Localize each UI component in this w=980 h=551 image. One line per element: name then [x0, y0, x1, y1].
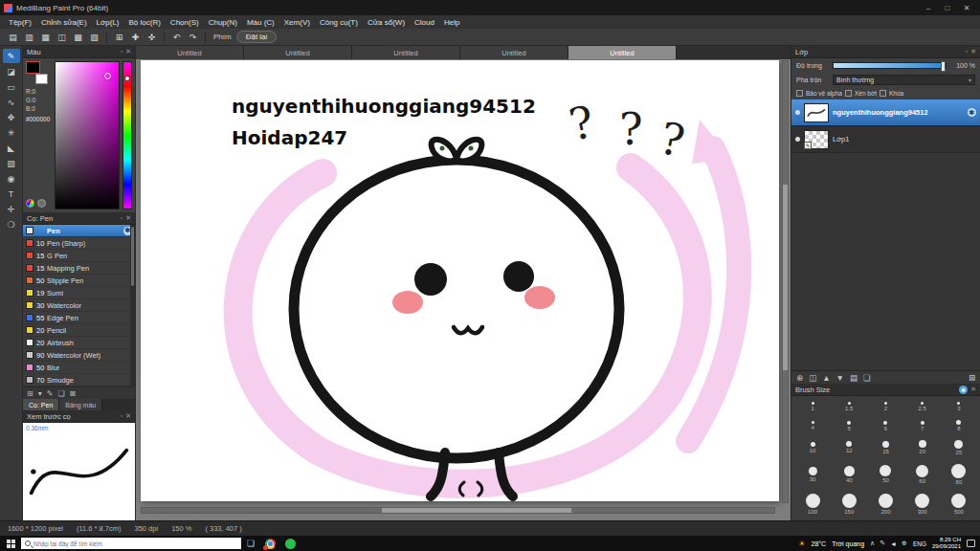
brush-size-cell[interactable]: 25: [941, 436, 977, 460]
layer-row[interactable]: nguyenthihuonggiang94512✱: [791, 99, 980, 126]
canvas-vscrollbar[interactable]: [782, 60, 789, 503]
panel-close-icon[interactable]: ✕: [125, 412, 131, 420]
brush-size-cell[interactable]: 300: [904, 489, 941, 518]
hue-slider[interactable]: [122, 61, 132, 209]
eyedropper-tool-icon[interactable]: ◉: [3, 171, 20, 186]
canvas-area[interactable]: ? ? ? nguyenthihuonggiang94512 Hoidap247: [136, 59, 791, 520]
brush-item[interactable]: Pen✱: [23, 225, 135, 237]
background-color-swatch[interactable]: [35, 74, 48, 84]
green-app-icon[interactable]: [285, 539, 296, 549]
pen-tool-icon[interactable]: ✎: [3, 49, 20, 63]
brush-size-cell[interactable]: 15: [867, 436, 903, 460]
brush-size-cell[interactable]: 150: [831, 489, 867, 518]
language-indicator[interactable]: ENG: [913, 540, 926, 547]
scroll-thumb[interactable]: [131, 227, 134, 286]
brush-size-cell[interactable]: 2.5: [904, 398, 941, 416]
brush-item[interactable]: 70Smudge: [23, 374, 135, 386]
panel-minimize-icon[interactable]: ▫: [121, 48, 122, 55]
brush-size-cell[interactable]: 7: [904, 416, 941, 436]
brush-item[interactable]: 20Airbrush: [23, 337, 135, 349]
brush-size-cell[interactable]: 3: [941, 398, 977, 416]
fg-bg-swatches[interactable]: [26, 61, 50, 84]
brush-size-cell[interactable]: 100: [794, 489, 831, 518]
brush-size-cell[interactable]: 4: [794, 416, 831, 436]
brush-menu-icon[interactable]: ▾: [38, 389, 42, 398]
vscroll-thumb[interactable]: [783, 185, 788, 370]
document-tab[interactable]: Untitled: [244, 46, 352, 59]
menu-item[interactable]: Chỉnh sửa(E): [36, 18, 92, 27]
clock[interactable]: 8:29 CH 29/09/2021: [932, 537, 961, 550]
blend-mode-select[interactable]: Bình thường ▾: [833, 75, 975, 85]
brush-size-cell[interactable]: 40: [831, 459, 867, 489]
network-icon[interactable]: ⊕: [902, 540, 907, 547]
document-tab[interactable]: Untitled: [460, 46, 568, 59]
brush-item[interactable]: 50Blur: [23, 362, 135, 374]
brush-size-cell[interactable]: 5: [831, 416, 867, 436]
layer-folder-icon[interactable]: ❏: [863, 373, 871, 383]
add-layer-icon[interactable]: ⊕: [796, 373, 803, 383]
brush-size-cell[interactable]: 50: [867, 459, 903, 489]
weather-temp[interactable]: 28°C: [812, 540, 827, 547]
brush-item[interactable]: 30Watercolor: [23, 299, 135, 312]
color-mode-toggle-icon[interactable]: [37, 199, 46, 208]
sv-cursor[interactable]: [104, 73, 111, 79]
save-file-icon[interactable]: ▦: [38, 31, 53, 44]
maximize-button[interactable]: □: [938, 4, 957, 12]
color-wheel-toggle-icon[interactable]: [26, 199, 34, 208]
close-button[interactable]: ✕: [957, 4, 976, 12]
brush-size-cell[interactable]: 20: [904, 436, 941, 460]
delete-brush-icon[interactable]: ⊠: [70, 389, 77, 398]
hidden-icons-chevron[interactable]: ∧: [870, 540, 875, 547]
brush-size-cell[interactable]: 6: [867, 416, 903, 436]
brush-size-cell[interactable]: 8: [941, 416, 977, 436]
brush-size-cell[interactable]: 10: [794, 436, 831, 460]
action-center-icon[interactable]: [967, 540, 975, 547]
panel-close-icon[interactable]: ✕: [970, 386, 976, 394]
hscroll-thumb[interactable]: [382, 508, 571, 513]
menu-item[interactable]: Xem(V): [279, 18, 315, 27]
document-tab[interactable]: Untitled: [136, 46, 244, 59]
open-file-icon[interactable]: ▥: [22, 31, 36, 44]
gear-icon[interactable]: ✱: [959, 386, 968, 394]
delete-layer-icon[interactable]: ⊠: [969, 373, 975, 383]
taskbar-search[interactable]: [21, 538, 241, 549]
menu-item[interactable]: Màu (C): [242, 18, 279, 27]
speaker-icon[interactable]: ◄: [890, 540, 897, 547]
layer-row[interactable]: ✎Lớp1: [791, 126, 980, 153]
tab-brush[interactable]: Cọ: Pen: [23, 399, 59, 410]
opacity-slider[interactable]: [833, 62, 947, 69]
shape-tool-icon[interactable]: ✛: [3, 202, 20, 216]
foreground-color-swatch[interactable]: [26, 61, 40, 74]
search-input[interactable]: [33, 540, 237, 547]
undo-icon[interactable]: ↶: [169, 31, 184, 44]
clipping-checkbox[interactable]: [845, 90, 852, 97]
merge-layer-icon[interactable]: ▤: [850, 373, 858, 383]
hand-tool-icon[interactable]: ❍: [3, 217, 20, 231]
edit-brush-icon[interactable]: ✎: [47, 389, 54, 398]
hex-color-value[interactable]: #000000: [26, 116, 52, 122]
start-button[interactable]: [0, 536, 21, 551]
panel-close-icon[interactable]: ✕: [125, 48, 131, 55]
new-file-icon[interactable]: ▤: [6, 31, 20, 44]
brush-size-cell[interactable]: 80: [941, 459, 977, 489]
brush-size-cell[interactable]: 200: [867, 489, 903, 518]
brush-folder-icon[interactable]: ❏: [57, 389, 64, 398]
snap-grid-icon[interactable]: ⊞: [112, 31, 126, 44]
brush-item[interactable]: 90Watercolor (Wet): [23, 349, 135, 362]
weather-desc[interactable]: Trời quang: [832, 540, 864, 547]
brush-item[interactable]: 50Stipple Pen: [23, 275, 135, 287]
panel-minimize-icon[interactable]: ▫: [121, 214, 122, 222]
grid-icon[interactable]: ▩: [71, 31, 85, 44]
brush-item[interactable]: 15Mapping Pen: [23, 262, 135, 275]
layer-down-icon[interactable]: ▼: [836, 373, 844, 383]
menu-item[interactable]: Chụp(N): [204, 18, 242, 27]
panel-minimize-icon[interactable]: ▫: [121, 412, 122, 420]
brush-item[interactable]: 55Edge Pen: [23, 312, 135, 324]
brush-size-cell[interactable]: 12: [831, 436, 867, 460]
redo-icon[interactable]: ↷: [186, 31, 200, 44]
menu-item[interactable]: Cloud: [410, 18, 439, 27]
saturation-value-picker[interactable]: [55, 61, 120, 209]
layer-visibility-dot[interactable]: [795, 137, 800, 142]
reset-button[interactable]: Đặt lại: [236, 31, 278, 43]
menu-item[interactable]: Help: [439, 18, 464, 27]
